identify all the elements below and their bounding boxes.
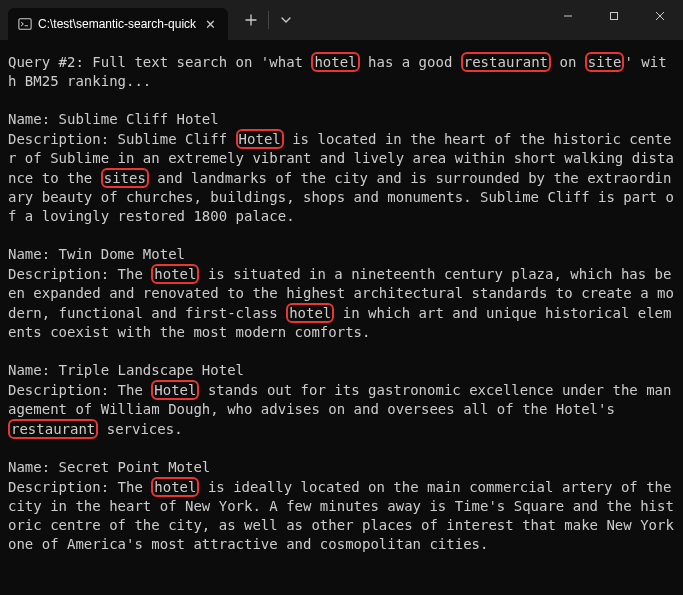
tab-dropdown-button[interactable] [273,7,299,33]
close-button[interactable] [637,0,683,32]
highlight-term: Hotel [151,380,199,400]
window-controls [545,0,683,32]
tabbar-controls [238,0,299,40]
result-name-line: Name: Triple Landscape Hotel [8,361,675,380]
result-name-line: Name: Sublime Cliff Hotel [8,110,675,129]
svg-rect-0 [19,19,31,30]
result-name-line: Name: Secret Point Motel [8,458,675,477]
result-description: Description: The hotel is situated in a … [8,264,675,342]
tab-title: C:\test\semantic-search-quick [38,17,196,31]
result-name-line: Name: Twin Dome Motel [8,245,675,264]
terminal-icon [18,17,32,31]
query-text: Query #2: Full text search on 'what [8,54,311,70]
titlebar: C:\test\semantic-search-quick ✕ [0,0,683,40]
highlight-term: restaurant [8,419,98,439]
result-block: Name: Secret Point MotelDescription: The… [8,458,675,554]
result-block: Name: Sublime Cliff HotelDescription: Su… [8,110,675,226]
highlight-term: hotel [311,52,359,72]
result-description: Description: The Hotel stands out for it… [8,380,675,439]
highlight-term: Hotel [236,129,284,149]
divider [268,11,269,29]
result-description: Description: The hotel is ideally locate… [8,477,675,554]
maximize-button[interactable] [591,0,637,32]
highlight-term: hotel [286,303,334,323]
highlight-term: hotel [151,264,199,284]
query-line: Query #2: Full text search on 'what hote… [8,52,675,91]
result-block: Name: Twin Dome MotelDescription: The ho… [8,245,675,342]
highlight-term: restaurant [461,52,551,72]
highlight-term: hotel [151,477,199,497]
result-block: Name: Triple Landscape HotelDescription:… [8,361,675,439]
terminal-output: Query #2: Full text search on 'what hote… [0,40,683,562]
svg-rect-3 [611,13,618,20]
active-tab[interactable]: C:\test\semantic-search-quick ✕ [8,8,228,40]
minimize-button[interactable] [545,0,591,32]
new-tab-button[interactable] [238,7,264,33]
result-description: Description: Sublime Cliff Hotel is loca… [8,129,675,226]
tab-close-button[interactable]: ✕ [202,16,218,32]
highlight-term: site [585,52,625,72]
highlight-term: sites [101,168,149,188]
